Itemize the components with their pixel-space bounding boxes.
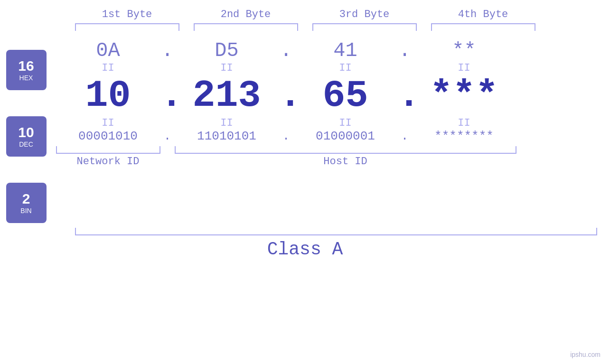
eq2-b3: II: [293, 117, 398, 129]
eq1-b4: II: [412, 62, 516, 74]
byte3-header: 3rd Byte: [312, 9, 417, 20]
eq1-b2: II: [175, 62, 279, 74]
bin-data-row: 00001010 . 11010101 . 01000001 .: [56, 129, 578, 143]
host-id-label: Host ID: [175, 156, 516, 168]
network-id-label: Network ID: [56, 156, 160, 168]
bottom-brackets: [56, 146, 578, 154]
bin-b2: 11010101: [175, 129, 279, 143]
hex-badge: 16 HEX: [6, 50, 47, 90]
bin-dot1: .: [160, 129, 175, 143]
bin-b1: 00001010: [56, 129, 160, 143]
bin-dot2: .: [279, 129, 293, 143]
dec-dot2: .: [279, 74, 293, 117]
bracket-network: [56, 146, 160, 154]
bracket-byte2: [194, 23, 298, 31]
equals-row-1: II II II II: [56, 62, 578, 74]
dec-data-row: 10 . 213 . 65 . ***: [56, 74, 578, 117]
hex-b2: D5: [175, 39, 279, 62]
bin-b4: ********: [412, 129, 516, 143]
dec-dot3: .: [398, 74, 412, 117]
bracket-all: [75, 228, 597, 235]
bracket-byte1: [75, 23, 179, 31]
hex-data-row: 0A . D5 . 41 . **: [56, 39, 578, 62]
data-rows: 0A . D5 . 41 . **: [56, 36, 578, 168]
dec-badge: 10 DEC: [6, 116, 47, 157]
main-container: 1st Byte 2nd Byte 3rd Byte 4th Byte 16 H…: [0, 0, 610, 364]
bin-badge-label: BIN: [20, 207, 31, 215]
eq1-b3: II: [293, 62, 398, 74]
hex-badge-label: HEX: [19, 74, 33, 82]
hex-b1: 0A: [56, 39, 160, 62]
byte2-header: 2nd Byte: [194, 9, 298, 20]
hex-dot1: .: [160, 39, 175, 62]
equals-row-2: II II II II: [56, 117, 578, 129]
hex-dot2: .: [279, 39, 293, 62]
bracket-byte4: [431, 23, 535, 31]
bracket-host: [175, 146, 516, 154]
bin-dot3: .: [398, 129, 412, 143]
id-labels-row: Network ID Host ID: [56, 156, 578, 168]
eq1-b1: II: [56, 62, 160, 74]
class-label: Class A: [267, 239, 343, 260]
dec-badge-label: DEC: [19, 140, 33, 148]
hex-b3: 41: [293, 39, 398, 62]
class-label-row: Class A: [13, 239, 597, 260]
dec-badge-num: 10: [18, 125, 34, 140]
badges-column: 16 HEX 10 DEC 2 BIN: [6, 36, 47, 223]
hex-b4: **: [412, 39, 516, 62]
eq2-b2: II: [175, 117, 279, 129]
byte1-header: 1st Byte: [75, 9, 179, 20]
bracket-byte3: [312, 23, 417, 31]
dec-b1: 10: [56, 74, 160, 117]
dec-b3: 65: [293, 74, 398, 117]
eq2-b1: II: [56, 117, 160, 129]
byte4-header: 4th Byte: [431, 9, 535, 20]
eq2-b4: II: [412, 117, 516, 129]
hex-badge-num: 16: [18, 59, 34, 73]
bin-badge-num: 2: [22, 192, 30, 206]
dec-b4: ***: [412, 74, 516, 117]
dec-b2: 213: [175, 74, 279, 117]
watermark: ipshu.com: [570, 351, 601, 358]
hex-dot3: .: [398, 39, 412, 62]
bin-b3: 01000001: [293, 129, 398, 143]
bin-badge: 2 BIN: [6, 183, 47, 223]
dec-dot1: .: [160, 74, 175, 117]
